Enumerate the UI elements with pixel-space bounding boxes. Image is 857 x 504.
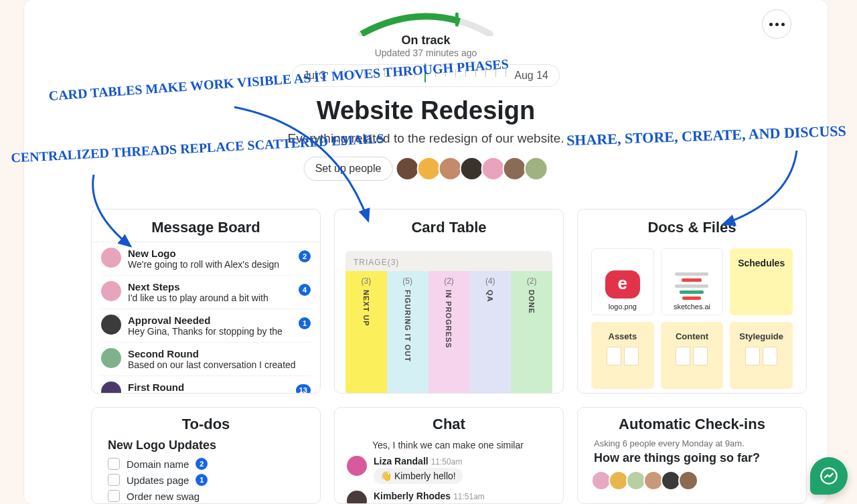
reply-count-badge: 4 [299,284,311,296]
avatar[interactable] [395,157,419,181]
column-count: (4) [485,276,495,286]
card-column[interactable]: (2)DONE [511,271,552,394]
avatar[interactable] [481,157,505,181]
docs-files-card[interactable]: Docs & Files logo.png sketches.ai [577,209,807,394]
avatar [347,491,367,504]
file-label: logo.png [609,303,637,311]
card-column[interactable]: (5)FIGURING IT OUT [387,271,428,394]
avatar [101,348,121,368]
file-sketches[interactable]: sketches.ai [661,248,724,315]
card-title: Automatic Check-ins [578,408,806,438]
column-count: (3) [362,276,372,286]
chat-time: 11:50am [431,457,463,467]
chart-line-icon [820,467,838,485]
folder-styleguide[interactable]: Styleguide [730,322,793,389]
message-title: First Round [128,382,311,393]
logo-icon [605,270,640,299]
avatar[interactable] [502,157,526,181]
todo-list-name[interactable]: New Logo Updates [108,438,304,452]
message-item[interactable]: Next StepsI'd like us to play around a b… [101,276,311,309]
chat-author: Liza Randall [374,456,428,467]
column-label: QA [486,290,494,303]
column-label: FIGURING IT OUT [404,290,412,362]
checkbox[interactable] [108,474,120,486]
message-title: Next Steps [128,281,311,292]
avatar [101,315,121,335]
column-count: (2) [444,276,454,286]
card-column[interactable]: (2)IN PROGRESS [428,271,470,394]
message-preview: Based on our last conversation I created [128,359,311,370]
message-item[interactable]: Second RoundBased on our last conversati… [101,343,311,376]
message-preview: After reviewing the site Sofia and I [128,393,311,394]
todo-label: Domain name [127,458,189,470]
message-title: Second Round [128,348,311,359]
avatar [101,248,121,268]
message-item[interactable]: Approval NeededHey Gina, Thanks for stop… [101,309,311,343]
column-label: IN PROGRESS [445,290,453,348]
timeline-end: Aug 14 [514,70,548,82]
avatar [101,382,121,394]
todos-card[interactable]: To-dos New Logo Updates Domain name2Upda… [91,407,321,504]
message-title: New Logo [128,248,311,259]
checkbox[interactable] [108,458,120,470]
status-label: On track [375,33,477,48]
project-title: Website Redesign [317,96,536,125]
message-title: Approval Needed [128,315,311,326]
status-gauge [339,9,513,36]
reply-count-badge: 1 [299,317,311,329]
todo-label: Order new swag [127,491,200,502]
todo-label: Updates page [127,475,189,486]
people-avatars[interactable] [398,157,548,181]
card-table-card[interactable]: Card Table TRIAGE(3) (3)NEXT UP(5)FIGURI… [334,209,564,394]
avatar[interactable] [459,157,483,181]
chat-card[interactable]: Chat Yes, I think we can make one simila… [334,407,564,504]
triage-row[interactable]: TRIAGE(3) [345,251,552,271]
doc-schedules[interactable]: Schedules [730,248,793,315]
svg-rect-0 [455,13,459,27]
triage-count: (3) [388,258,400,267]
avatar[interactable] [438,157,462,181]
reply-count-badge: 13 [296,384,311,394]
folder-assets[interactable]: Assets [591,322,654,389]
checkins-card[interactable]: Automatic Check-ins Asking 6 people ever… [577,407,807,504]
message-preview: Hey Gina, Thanks for stopping by the [128,326,311,337]
more-menu-button[interactable] [762,9,791,39]
card-title: Card Table [335,209,563,242]
chat-bubble: 👋 Kimberly hello! [374,468,463,484]
message-board-card[interactable]: Message Board New LogoWe're going to rol… [91,209,321,394]
card-column[interactable]: (3)NEXT UP [345,271,387,394]
todo-item[interactable]: Domain name2 [108,458,304,470]
checkin-question: How are things going so far? [594,451,790,465]
checkbox[interactable] [108,490,120,502]
status-updated: Updated 37 minutes ago [375,48,477,58]
chat-snippet: Yes, I think we can make one similar [347,438,551,456]
doc-label: Schedules [738,258,785,268]
card-title: Message Board [92,209,320,242]
message-preview: We're going to roll with Alex's design [128,259,311,270]
file-label: sketches.ai [674,303,710,311]
todo-item[interactable]: Updates page1 [108,474,304,486]
message-preview: I'd like us to play around a bit with [128,292,311,303]
column-label: NEXT UP [362,290,370,327]
reply-count-badge: 2 [299,250,311,262]
help-fab[interactable] [810,457,848,495]
setup-people-button[interactable]: Set up people [304,157,393,181]
file-logo[interactable]: logo.png [591,248,654,315]
card-column[interactable]: (4)QA [469,271,511,394]
column-count: (2) [527,276,537,286]
card-title: Docs & Files [578,209,806,242]
message-item[interactable]: First RoundAfter reviewing the site Sofi… [101,376,311,394]
checkin-avatars [594,471,790,491]
avatar[interactable] [416,157,441,181]
checkin-schedule: Asking 6 people every Monday at 9am. [594,438,790,448]
todo-count-badge: 1 [196,474,208,486]
message-item[interactable]: New LogoWe're going to roll with Alex's … [101,242,311,276]
folder-content[interactable]: Content [661,322,724,389]
todo-item[interactable]: Order new swag [108,490,304,502]
avatar[interactable] [524,157,548,181]
card-title: To-dos [92,408,320,438]
avatar [101,281,121,301]
chat-message: Liza Randall11:50am👋 Kimberly hello! [347,456,551,484]
triage-label: TRIAGE [354,258,388,267]
chat-author: Kimberly Rhodes [374,491,451,501]
